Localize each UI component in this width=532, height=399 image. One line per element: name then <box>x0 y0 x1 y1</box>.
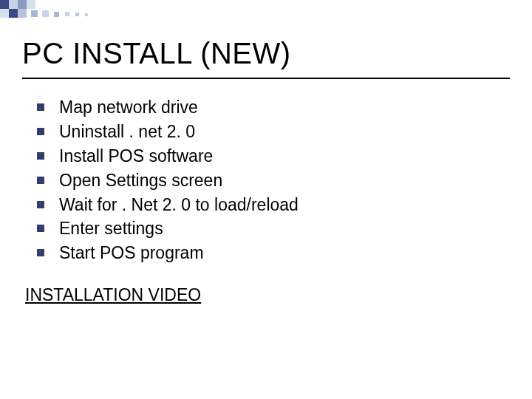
list-item: Wait for . Net 2. 0 to load/reload <box>37 194 510 216</box>
corner-decoration <box>0 0 111 30</box>
svg-rect-6 <box>18 9 27 18</box>
square-bullet-icon <box>37 177 44 184</box>
list-item: Start POS program <box>37 242 510 265</box>
svg-rect-9 <box>54 12 59 17</box>
svg-rect-3 <box>27 0 35 9</box>
bullet-list: Map network drive Uninstall . net 2. 0 I… <box>22 97 510 265</box>
installation-video-link[interactable]: INSTALLATION VIDEO <box>25 285 201 304</box>
list-item: Map network drive <box>37 97 510 119</box>
svg-rect-7 <box>31 10 38 17</box>
bullet-text: Enter settings <box>59 218 163 240</box>
square-bullet-icon <box>37 249 44 256</box>
list-item: Open Settings screen <box>37 170 510 192</box>
list-item: Install POS software <box>37 146 510 168</box>
svg-rect-1 <box>9 0 18 9</box>
svg-rect-4 <box>0 9 9 18</box>
square-bullet-icon <box>37 152 44 160</box>
bullet-text: Uninstall . net 2. 0 <box>59 121 195 143</box>
square-bullet-icon <box>37 201 44 208</box>
svg-rect-10 <box>65 12 69 16</box>
bullet-text: Map network drive <box>59 97 198 119</box>
svg-rect-2 <box>18 0 27 9</box>
svg-rect-0 <box>0 0 9 9</box>
bullet-text: Start POS program <box>59 242 204 265</box>
square-bullet-icon <box>37 225 44 232</box>
svg-rect-5 <box>9 9 18 18</box>
list-item: Uninstall . net 2. 0 <box>37 121 510 143</box>
square-bullet-icon <box>37 128 44 135</box>
bullet-text: Wait for . Net 2. 0 to load/reload <box>59 194 299 216</box>
page-title: PC INSTALL (NEW) <box>22 37 510 79</box>
svg-rect-12 <box>85 13 88 16</box>
bullet-text: Install POS software <box>59 146 213 168</box>
list-item: Enter settings <box>37 218 510 240</box>
square-bullet-icon <box>37 103 44 111</box>
bullet-text: Open Settings screen <box>59 170 222 192</box>
svg-rect-11 <box>75 13 79 16</box>
svg-rect-8 <box>42 10 49 17</box>
